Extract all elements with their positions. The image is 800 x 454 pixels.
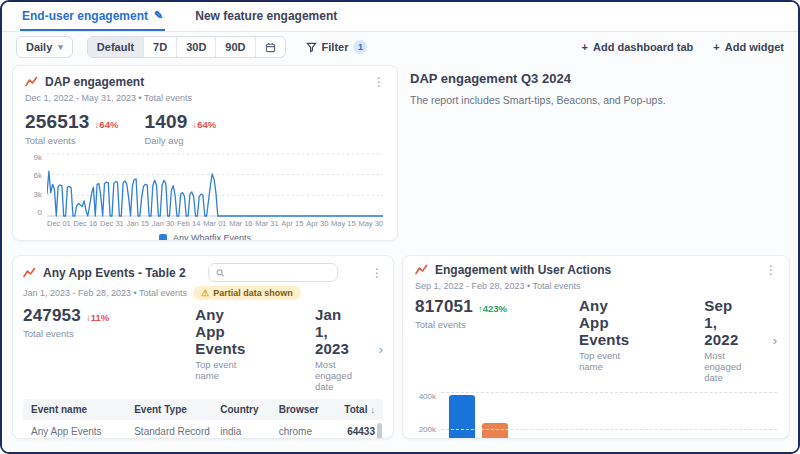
any-app-events-table-card: Any App Events - Table 2 ⋮ Jan 1, 2023 -… xyxy=(12,255,394,439)
metric-label: Most engaged date xyxy=(315,359,353,392)
metric-value: Any App Events xyxy=(579,297,638,348)
col-total-sorted[interactable]: Total↓ xyxy=(341,404,375,415)
card-subtitle: Jan 1, 2023 - Feb 28, 2023 • Total event… xyxy=(23,288,187,298)
add-dashboard-tab-label: Add dashboard tab xyxy=(593,41,693,53)
metric-total-events: 247953 ↓11% Total events xyxy=(23,306,109,339)
tab-end-user-engagement[interactable]: End-user engagement ✎ xyxy=(20,2,165,31)
add-widget-button[interactable]: + Add widget xyxy=(713,41,784,53)
edit-pencil-icon[interactable]: ✎ xyxy=(154,9,163,22)
sort-desc-icon: ↓ xyxy=(370,405,375,415)
line-chart-y-axis: 9k6k3k0 xyxy=(25,153,47,217)
tab-label: New feature engagement xyxy=(195,9,337,23)
table-search xyxy=(208,263,338,282)
search-icon xyxy=(216,268,225,278)
segment-7d[interactable]: 7D xyxy=(144,37,177,57)
segment-default[interactable]: Default xyxy=(88,37,144,57)
line-chart-x-axis: Dec 01Dec 16Dec 31Jan 15Jan 30Feb 14Mar … xyxy=(47,219,383,228)
kebab-menu-icon[interactable]: ⋮ xyxy=(765,264,777,276)
col-country[interactable]: Country xyxy=(220,404,278,415)
vertical-scrollbar[interactable] xyxy=(377,423,382,439)
metric-drill-chevron-icon[interactable]: › xyxy=(379,342,383,357)
legend-chip xyxy=(159,234,167,241)
trend-line-icon xyxy=(25,76,38,88)
funnel-icon xyxy=(306,42,317,53)
engagement-user-actions-card: Engagement with User Actions ⋮ Sep 1, 20… xyxy=(402,255,790,439)
metric-delta: ↑423% xyxy=(478,303,507,314)
metric-most-engaged-date: Jan 1, 2023 Most engaged date xyxy=(315,306,353,392)
card-title: Any App Events - Table 2 xyxy=(43,266,186,280)
cell-browser: chrome xyxy=(279,426,341,437)
card-title: DAP engagement xyxy=(45,75,144,89)
metric-value: 256513 xyxy=(25,111,90,133)
metric-daily-avg: 1409 ↓64% Daily avg xyxy=(144,111,216,146)
kebab-menu-icon[interactable]: ⋮ xyxy=(373,76,385,88)
table-header-row: Event name Event Type Country Browser To… xyxy=(23,399,383,420)
warning-label: Partial data shown xyxy=(213,288,293,298)
metric-drill-chevron-icon[interactable]: › xyxy=(773,333,777,348)
calendar-picker-button[interactable] xyxy=(256,37,285,57)
dashboard-canvas: DAP engagement ⋮ Dec 1, 2022 - May 31, 2… xyxy=(2,62,798,452)
bar-chart-y-axis: 400k200k0 xyxy=(415,392,441,439)
calendar-icon xyxy=(265,42,276,53)
cell-country: india xyxy=(220,426,278,437)
add-widget-label: Add widget xyxy=(725,41,784,53)
card-title: Engagement with User Actions xyxy=(435,263,611,277)
legend-label: Any Whatfix Events xyxy=(173,233,251,241)
metric-value: Sep 1, 2022 xyxy=(704,297,746,348)
metric-value: 1409 xyxy=(144,111,187,133)
trend-line-icon xyxy=(23,267,36,279)
filter-button[interactable]: Filter 1 xyxy=(306,40,368,54)
toolbar-right-actions: + Add dashboard tab + Add widget xyxy=(582,41,784,53)
granularity-value: Daily xyxy=(26,41,52,53)
metric-total-events: 817051 ↑423% Total events xyxy=(415,297,507,330)
metric-value: 247953 xyxy=(23,306,81,326)
bar-1[interactable] xyxy=(482,423,508,439)
col-event-name[interactable]: Event name xyxy=(31,404,134,415)
cell-event-name: Any App Events xyxy=(31,426,134,437)
line-chart-legend: Any Whatfix Events xyxy=(25,233,385,241)
kebab-menu-icon[interactable]: ⋮ xyxy=(371,267,383,279)
dashboard-frame: End-user engagement ✎ New feature engage… xyxy=(0,0,800,454)
segment-90d[interactable]: 90D xyxy=(216,37,255,57)
add-dashboard-tab-button[interactable]: + Add dashboard tab xyxy=(582,41,694,53)
chevron-down-icon: ▾ xyxy=(58,42,63,52)
trend-line-icon xyxy=(415,264,428,276)
metric-label: Total events xyxy=(415,319,507,330)
dashboard-tabbar: End-user engagement ✎ New feature engage… xyxy=(2,2,798,32)
tab-new-feature-engagement[interactable]: New feature engagement xyxy=(193,2,339,31)
plus-icon: + xyxy=(713,41,719,53)
note-body: The report includes Smart-tips, Beacons,… xyxy=(410,94,778,106)
table-row[interactable]: Any App Events Standard Record india chr… xyxy=(23,420,383,439)
metric-delta: ↓64% xyxy=(192,119,216,130)
card-subtitle: Dec 1, 2022 - May 31, 2023 • Total event… xyxy=(25,93,385,103)
bar-0[interactable] xyxy=(449,395,475,439)
metric-value: Any App Events xyxy=(195,306,249,357)
metric-top-event: Any App Events Top event name xyxy=(195,306,249,381)
col-browser[interactable]: Browser xyxy=(279,404,341,415)
cell-event-type: Standard Record xyxy=(134,426,220,437)
metric-delta: ↓64% xyxy=(95,119,119,130)
metric-label: Top event name xyxy=(195,359,249,381)
metric-value: 817051 xyxy=(415,297,473,317)
col-event-type[interactable]: Event Type xyxy=(134,404,220,415)
metric-label: Total events xyxy=(23,328,109,339)
tab-label: End-user engagement xyxy=(22,9,148,23)
events-table: Event name Event Type Country Browser To… xyxy=(23,399,383,439)
metric-label: Most engaged date xyxy=(704,350,746,383)
granularity-dropdown[interactable]: Daily ▾ xyxy=(16,36,73,58)
metric-delta: ↓11% xyxy=(86,312,109,323)
dashboard-toolbar: Daily ▾ Default 7D 30D 90D Filter 1 + Ad… xyxy=(2,32,798,62)
segment-30d[interactable]: 30D xyxy=(177,37,216,57)
bar-chart-plot xyxy=(441,392,777,439)
metric-label: Total events xyxy=(25,135,118,146)
metric-top-event: Any App Events Top event name xyxy=(579,297,638,372)
plus-icon: + xyxy=(582,41,588,53)
metric-label: Daily avg xyxy=(144,135,216,146)
metric-total-events: 256513 ↓64% Total events xyxy=(25,111,118,146)
metric-value: Jan 1, 2023 xyxy=(315,306,353,357)
line-chart-plot xyxy=(47,153,383,217)
cell-total: 64433 xyxy=(341,426,375,437)
metric-label: Top event name xyxy=(579,350,638,372)
table-search-input[interactable] xyxy=(230,267,330,278)
note-title: DAP engagement Q3 2024 xyxy=(410,71,778,86)
